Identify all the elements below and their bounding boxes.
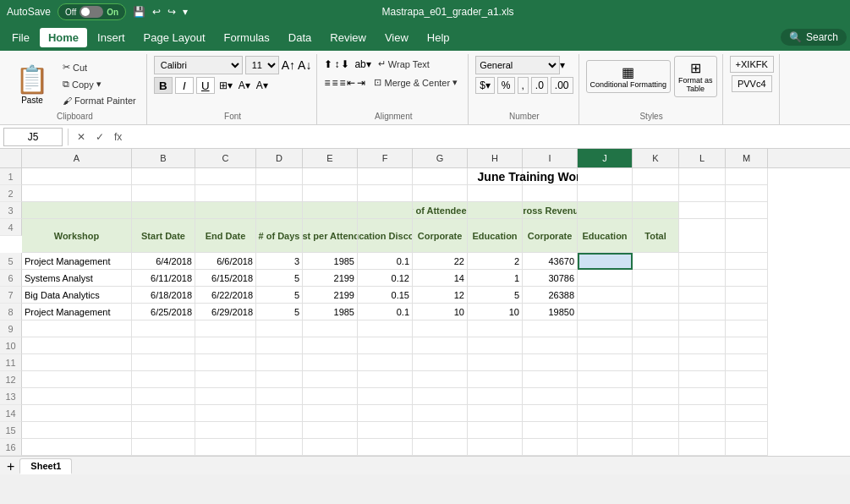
cell-d8[interactable]: 5 [256, 304, 303, 320]
cell-i6[interactable]: 30786 [523, 270, 578, 287]
cell-j6[interactable] [578, 270, 633, 287]
cell-d3[interactable] [256, 202, 303, 219]
undo-icon[interactable]: ↩ [152, 6, 161, 18]
cell-c5[interactable]: 6/6/2018 [195, 253, 256, 270]
font-name-select[interactable]: Calibri [154, 56, 243, 74]
cell-g10[interactable] [413, 337, 468, 354]
wrap-text-button[interactable]: ↵ Wrap Text [373, 56, 435, 72]
cell-k7[interactable] [633, 287, 679, 304]
cell-i9[interactable] [523, 320, 578, 337]
cell-h15[interactable] [468, 422, 523, 439]
cell-i3[interactable]: Gross Revenue [523, 202, 578, 219]
conditional-formatting-button[interactable]: ▦ Conditional Formatting [586, 60, 672, 93]
cell-f10[interactable] [358, 337, 413, 354]
cell-b2[interactable] [132, 185, 195, 202]
cell-m15[interactable] [726, 422, 768, 439]
cell-l15[interactable] [679, 422, 726, 439]
menu-data[interactable]: Data [280, 28, 320, 47]
col-header-h[interactable]: H [468, 149, 523, 167]
cell-b11[interactable] [132, 354, 195, 371]
cell-h10[interactable] [468, 337, 523, 354]
cell-d6[interactable]: 5 [256, 270, 303, 287]
cell-m7[interactable] [726, 287, 768, 304]
cell-d11[interactable] [256, 354, 303, 371]
col-header-c[interactable]: C [195, 149, 256, 167]
cell-k8[interactable] [633, 304, 679, 320]
number-format-dropdown[interactable]: ▾ [560, 59, 565, 71]
cell-b4[interactable]: Start Date [132, 219, 195, 253]
font-size-select[interactable]: 11 [245, 56, 279, 74]
cell-c15[interactable] [195, 422, 256, 439]
cell-k12[interactable] [633, 371, 679, 388]
cell-j7[interactable] [578, 287, 633, 304]
cell-c8[interactable]: 6/29/2018 [195, 304, 256, 320]
cell-g12[interactable] [413, 371, 468, 388]
autosave-toggle[interactable]: Off On [58, 3, 126, 20]
cell-d4[interactable]: # of Days [256, 219, 303, 253]
col-header-l[interactable]: L [679, 149, 726, 167]
cell-c9[interactable] [195, 320, 256, 337]
cell-g5[interactable]: 22 [413, 253, 468, 270]
cell-f2[interactable] [358, 185, 413, 202]
cell-e6[interactable]: 2199 [303, 270, 358, 287]
cell-d9[interactable] [256, 320, 303, 337]
cell-g2[interactable] [413, 185, 468, 202]
cell-j10[interactable] [578, 337, 633, 354]
cell-g1[interactable] [413, 168, 468, 185]
cell-h12[interactable] [468, 371, 523, 388]
cell-f4[interactable]: Education Discount [358, 219, 413, 253]
cell-e13[interactable] [303, 388, 358, 405]
cell-a16[interactable] [22, 439, 132, 456]
cell-m16[interactable] [726, 439, 768, 456]
save-icon[interactable]: 💾 [133, 6, 145, 18]
cell-g7[interactable]: 12 [413, 287, 468, 304]
cell-k16[interactable] [633, 439, 679, 456]
menu-review[interactable]: Review [321, 28, 375, 47]
cell-d14[interactable] [256, 405, 303, 422]
cell-m9[interactable] [726, 320, 768, 337]
cell-f5[interactable]: 0.1 [358, 253, 413, 270]
cell-l14[interactable] [679, 405, 726, 422]
cell-l11[interactable] [679, 354, 726, 371]
add-sheet-btn[interactable]: + [3, 459, 18, 474]
align-top-icon[interactable]: ⬆ [324, 58, 332, 70]
cell-j14[interactable] [578, 405, 633, 422]
cell-l6[interactable] [679, 270, 726, 287]
cell-b7[interactable]: 6/18/2018 [132, 287, 195, 304]
menu-help[interactable]: Help [419, 28, 458, 47]
increase-indent-icon[interactable]: ⇥ [357, 77, 365, 89]
cell-d10[interactable] [256, 337, 303, 354]
cell-a1[interactable] [22, 168, 132, 185]
cell-f8[interactable]: 0.1 [358, 304, 413, 320]
cell-f7[interactable]: 0.15 [358, 287, 413, 304]
cell-i13[interactable] [523, 388, 578, 405]
col-header-m[interactable]: M [726, 149, 768, 167]
cell-d15[interactable] [256, 422, 303, 439]
font-color-btn[interactable]: A▾ [255, 78, 270, 93]
align-middle-icon[interactable]: ↕ [334, 58, 339, 70]
cell-i8[interactable]: 19850 [523, 304, 578, 320]
sheet-tab-1[interactable]: Sheet1 [19, 458, 72, 474]
align-bottom-icon[interactable]: ⬇ [341, 58, 349, 70]
cell-h16[interactable] [468, 439, 523, 456]
cell-j8[interactable] [578, 304, 633, 320]
menu-formulas[interactable]: Formulas [216, 28, 278, 47]
cell-i1[interactable]: June Training Workshops [523, 168, 578, 185]
cell-c10[interactable] [195, 337, 256, 354]
cell-h4[interactable]: Education [468, 219, 523, 253]
cell-h13[interactable] [468, 388, 523, 405]
cell-a3[interactable] [22, 202, 132, 219]
cell-f6[interactable]: 0.12 [358, 270, 413, 287]
cell-g15[interactable] [413, 422, 468, 439]
underline-button[interactable]: U [196, 77, 215, 94]
italic-button[interactable]: I [175, 77, 194, 94]
merge-dropdown-icon[interactable]: ▾ [452, 77, 458, 88]
col-header-b[interactable]: B [132, 149, 195, 167]
currency-btn[interactable]: $▾ [475, 77, 495, 94]
col-header-f[interactable]: F [358, 149, 413, 167]
col-header-j[interactable]: J [578, 149, 633, 167]
comma-btn[interactable]: , [518, 77, 529, 94]
cell-h9[interactable] [468, 320, 523, 337]
cell-i14[interactable] [523, 405, 578, 422]
cell-e11[interactable] [303, 354, 358, 371]
